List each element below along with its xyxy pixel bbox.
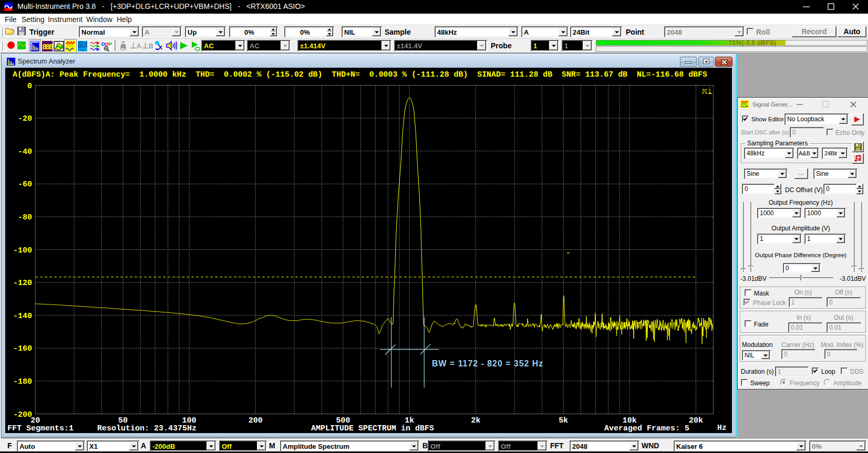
svg-text:BW = 1172 - 820 = 352 Hz: BW = 1172 - 820 = 352 Hz (432, 359, 543, 368)
svg-text:5k: 5k (559, 416, 568, 425)
svg-text:20k: 20k (689, 416, 703, 425)
svg-text:-160: -160 (13, 344, 32, 353)
svg-text:2k: 2k (471, 416, 480, 425)
svg-text:-200: -200 (13, 410, 32, 419)
svg-text:DUT: DUT (78, 44, 87, 49)
svg-text:-100: -100 (13, 246, 32, 255)
svg-text:200: 200 (249, 416, 263, 425)
svg-text:DDP: DDP (101, 41, 112, 47)
svg-text:0: 0 (27, 82, 32, 91)
svg-text:888: 888 (42, 42, 53, 51)
svg-text:-180: -180 (13, 377, 32, 386)
svg-text:A(dBFS)A: Peak Frequency= 1.0: A(dBFS)A: Peak Frequency= 1.0000 kHz THD… (13, 70, 707, 79)
svg-text:-60: -60 (18, 180, 32, 189)
svg-text:FFT Segments:1: FFT Segments:1 (7, 424, 74, 433)
svg-text:-80: -80 (18, 213, 32, 222)
svg-text:Averaged Frames: 5: Averaged Frames: 5 (604, 424, 689, 433)
svg-text:Resolution: 23.4375Hz: Resolution: 23.4375Hz (97, 424, 197, 433)
svg-text:-40: -40 (18, 148, 32, 156)
svg-text:Hz: Hz (717, 424, 727, 433)
svg-text:-20: -20 (18, 114, 32, 123)
svg-text:AMPLITUDE SPECTRUM in dBFS: AMPLITUDE SPECTRUM in dBFS (311, 424, 434, 433)
svg-text:-120: -120 (13, 279, 32, 288)
svg-text:-140: -140 (13, 312, 32, 321)
